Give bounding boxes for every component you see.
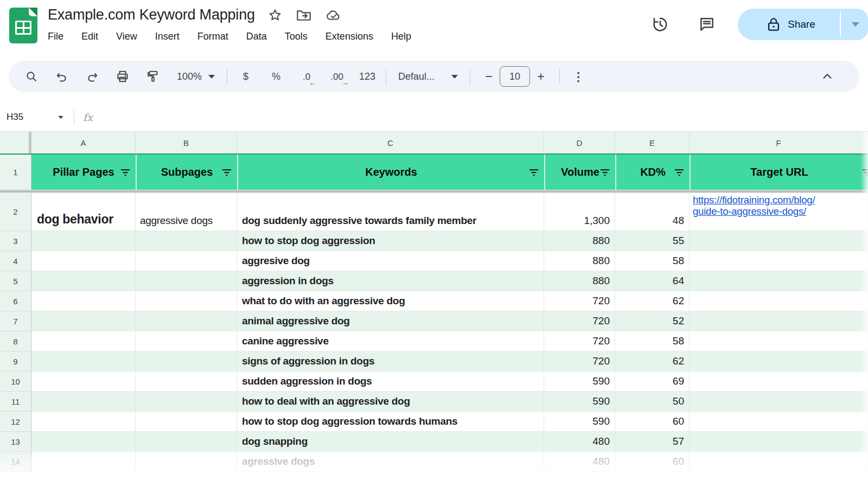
cell-E8[interactable]: 58 <box>615 331 690 351</box>
cell-D12[interactable]: 590 <box>544 412 615 432</box>
cell-D6[interactable]: 720 <box>544 291 615 311</box>
redo-icon[interactable] <box>81 66 103 87</box>
cell-C12[interactable]: how to stop dog aggression towards human… <box>237 412 544 432</box>
cell-E3[interactable]: 55 <box>615 231 690 251</box>
cell-D10[interactable]: 590 <box>544 372 615 392</box>
cell-C14[interactable]: agressive dogs <box>237 452 544 472</box>
cell-C4[interactable]: aggresive dog <box>237 251 544 271</box>
row-number-10[interactable]: 10 <box>0 372 31 392</box>
header-cell-colC[interactable]: Keywords <box>237 155 544 190</box>
cell-E13[interactable]: 57 <box>615 432 690 452</box>
share-button[interactable]: Share <box>738 9 868 40</box>
cell-E2[interactable]: 48 <box>615 193 690 231</box>
cell-D14[interactable]: 480 <box>544 452 615 472</box>
cell-F3[interactable] <box>690 231 868 251</box>
target-url-link[interactable]: guide-to-aggressive-dogs/ <box>693 206 806 217</box>
number-format-button[interactable]: 123 <box>356 66 378 87</box>
row-number-12[interactable]: 12 <box>0 412 31 432</box>
cell-D5[interactable]: 880 <box>544 271 615 291</box>
currency-format-button[interactable]: $ <box>235 66 257 87</box>
header-cell-colA[interactable]: Pillar Pages <box>31 155 136 190</box>
cell-B14[interactable] <box>136 452 237 472</box>
cell-E4[interactable]: 58 <box>615 251 690 271</box>
decrease-decimal-button[interactable]: .0← <box>296 66 317 87</box>
target-url-link[interactable]: https://fidotraining.com/blog/ <box>693 194 815 206</box>
cell-F4[interactable] <box>690 251 868 271</box>
search-icon[interactable] <box>21 66 42 87</box>
zoom-control[interactable]: 100% <box>173 71 219 82</box>
percent-format-button[interactable]: % <box>265 66 287 87</box>
cell-E9[interactable]: 62 <box>615 351 690 372</box>
cell-B6[interactable] <box>136 291 237 311</box>
menu-file[interactable]: File <box>48 31 63 42</box>
cell-D7[interactable]: 720 <box>544 311 615 331</box>
cell-F5[interactable] <box>690 271 868 291</box>
column-header-D[interactable]: D <box>544 132 615 153</box>
cell-F8[interactable] <box>690 331 868 351</box>
font-family-control[interactable]: Defaul... <box>394 71 462 82</box>
cloud-status-icon[interactable] <box>326 9 342 22</box>
row-number-6[interactable]: 6 <box>0 291 31 311</box>
cell-A12[interactable] <box>31 412 136 432</box>
filter-icon[interactable] <box>674 169 684 176</box>
menu-format[interactable]: Format <box>197 31 228 42</box>
cell-E7[interactable]: 52 <box>615 311 690 331</box>
cell-B13[interactable] <box>136 432 237 452</box>
print-icon[interactable] <box>112 66 133 87</box>
menu-insert[interactable]: Insert <box>155 31 180 42</box>
menu-data[interactable]: Data <box>246 31 267 42</box>
row-number-5[interactable]: 5 <box>0 271 31 291</box>
cell-E10[interactable]: 69 <box>615 372 690 392</box>
row-number-2[interactable]: 2 <box>0 193 31 231</box>
increase-font-size-button[interactable]: + <box>530 66 552 87</box>
cell-A3[interactable] <box>31 231 136 251</box>
cell-A10[interactable] <box>31 372 136 392</box>
move-folder-icon[interactable] <box>296 9 311 22</box>
toolbar-more-button[interactable]: ⋮ <box>567 66 589 87</box>
row-number-11[interactable]: 11 <box>0 392 31 412</box>
cell-E11[interactable]: 50 <box>615 392 690 412</box>
cell-A5[interactable] <box>31 271 136 291</box>
doc-title[interactable]: Example.com Keyword Mapping <box>48 7 255 23</box>
cell-B4[interactable] <box>136 251 237 271</box>
undo-icon[interactable] <box>51 66 73 87</box>
cell-D13[interactable]: 480 <box>544 432 615 452</box>
menu-extensions[interactable]: Extensions <box>326 31 373 42</box>
cell-A6[interactable] <box>31 291 136 311</box>
row-number-1[interactable]: 1 <box>0 155 31 190</box>
cell-C3[interactable]: how to stop dog aggression <box>237 231 544 251</box>
filter-icon[interactable] <box>120 169 130 176</box>
formula-input[interactable] <box>93 103 868 131</box>
menu-edit[interactable]: Edit <box>81 31 98 42</box>
cell-B12[interactable] <box>136 412 237 432</box>
cell-F10[interactable] <box>690 372 868 392</box>
row-number-4[interactable]: 4 <box>0 251 31 271</box>
cell-F14[interactable] <box>690 452 868 472</box>
cell-D3[interactable]: 880 <box>544 231 615 251</box>
cell-E14[interactable]: 60 <box>615 452 690 472</box>
decrease-font-size-button[interactable]: − <box>478 66 500 87</box>
comments-icon[interactable] <box>698 15 716 34</box>
cell-C13[interactable]: dog snapping <box>237 432 544 452</box>
cell-C10[interactable]: sudden aggression in dogs <box>237 372 544 392</box>
cell-D2[interactable]: 1,300 <box>544 193 615 231</box>
font-size-input[interactable]: 10 <box>500 66 530 87</box>
increase-decimal-button[interactable]: .00→ <box>326 66 348 87</box>
cell-D8[interactable]: 720 <box>544 331 615 351</box>
cell-C8[interactable]: canine aggressive <box>237 331 544 351</box>
menu-help[interactable]: Help <box>391 31 411 42</box>
column-header-C[interactable]: C <box>237 132 544 153</box>
cell-C6[interactable]: what to do with an aggressive dog <box>237 291 544 311</box>
cell-B8[interactable] <box>136 331 237 351</box>
cell-C7[interactable]: animal aggressive dog <box>237 311 544 331</box>
version-history-icon[interactable] <box>651 15 669 34</box>
cell-A11[interactable] <box>31 392 136 412</box>
cell-B5[interactable] <box>136 271 237 291</box>
header-cell-colB[interactable]: Subpages <box>136 155 237 190</box>
column-header-A[interactable]: A <box>31 132 136 153</box>
cell-C11[interactable]: how to deal with an aggressive dog <box>237 392 544 412</box>
menu-tools[interactable]: Tools <box>285 31 308 42</box>
cell-D4[interactable]: 880 <box>544 251 615 271</box>
column-header-B[interactable]: B <box>136 132 237 153</box>
cell-B3[interactable] <box>136 231 237 251</box>
